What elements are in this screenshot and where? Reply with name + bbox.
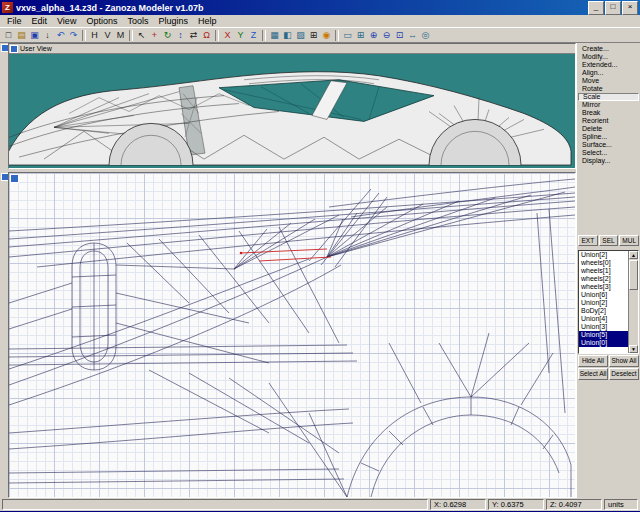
- command-extended[interactable]: Extended...: [578, 61, 639, 69]
- viewport-single-icon[interactable]: ▭: [341, 29, 354, 41]
- main-toolbar: □ ▤ ▣ ↓ ↶ ↷ H V M ↖ + ↻ ↕ ⇄ Ω X Y Z ▦ ◧ …: [0, 27, 640, 43]
- menu-plugins[interactable]: Plugins: [153, 15, 193, 27]
- app-icon: Z: [2, 2, 13, 13]
- command-align[interactable]: Align...: [578, 69, 639, 77]
- show-all-button[interactable]: Show All: [609, 355, 639, 367]
- title-bar[interactable]: Z vxvs_alpha_14.z3d - Zanoza Modeler v1.…: [0, 0, 640, 15]
- viewport-quad-icon[interactable]: ⊞: [354, 29, 367, 41]
- list-item[interactable]: Union[2]: [579, 251, 629, 259]
- vertex-mode-icon[interactable]: V: [101, 29, 114, 41]
- scroll-up-icon[interactable]: ▲: [629, 251, 638, 259]
- status-z: Z: 0.4097: [546, 499, 602, 510]
- object-list: Union[2] wheels[0] wheels[1] wheels[2] w…: [578, 250, 639, 354]
- lights-toggle-icon[interactable]: ◉: [320, 29, 333, 41]
- toolbar-separator: [335, 30, 339, 41]
- mul-mode-button[interactable]: MUL: [619, 235, 639, 246]
- select-tool-icon[interactable]: ↖: [135, 29, 148, 41]
- toolbar-separator: [262, 30, 266, 41]
- shaded-view-icon[interactable]: ◧: [281, 29, 294, 41]
- menu-view[interactable]: View: [52, 15, 81, 27]
- menu-options[interactable]: Options: [81, 15, 122, 27]
- import-icon[interactable]: ↓: [41, 29, 54, 41]
- object-list-scrollbar[interactable]: ▲ ▼: [628, 251, 638, 353]
- move-tool-icon[interactable]: +: [148, 29, 161, 41]
- orbit-view-icon[interactable]: ◎: [419, 29, 432, 41]
- zoom-in-icon[interactable]: ⊕: [367, 29, 380, 41]
- zoom-extents-icon[interactable]: ⊡: [393, 29, 406, 41]
- command-scale[interactable]: Scale: [578, 93, 639, 101]
- textured-view-icon[interactable]: ▨: [294, 29, 307, 41]
- command-reorient[interactable]: Reorient: [578, 117, 639, 125]
- menu-help[interactable]: Help: [193, 15, 222, 27]
- axis-z-icon[interactable]: Z: [247, 29, 260, 41]
- list-item[interactable]: wheels[1]: [579, 267, 629, 275]
- deselect-button[interactable]: Deselect: [609, 368, 639, 380]
- command-break[interactable]: Break: [578, 109, 639, 117]
- command-modify[interactable]: Modify...: [578, 53, 639, 61]
- list-item[interactable]: Union[0]: [579, 339, 629, 347]
- command-panel: Create... Modify... Extended... Align...…: [576, 43, 640, 498]
- command-create[interactable]: Create...: [578, 45, 639, 53]
- scale-tool-icon[interactable]: ↕: [174, 29, 187, 41]
- redo-icon[interactable]: ↷: [67, 29, 80, 41]
- grid-toggle-icon[interactable]: ⊞: [307, 29, 320, 41]
- list-item[interactable]: Union[6]: [579, 291, 629, 299]
- close-button[interactable]: ×: [622, 1, 638, 15]
- toolbar-separator: [82, 30, 86, 41]
- object-buttons-row-1: Hide All Show All: [577, 354, 640, 367]
- status-bar: X: 0.6298 Y: 0.6375 Z: 0.4097 units: [0, 498, 640, 511]
- command-rotate[interactable]: Rotate: [578, 85, 639, 93]
- list-item[interactable]: wheels[2]: [579, 275, 629, 283]
- user-view-wireframe: [9, 54, 575, 168]
- command-mirror[interactable]: Mirror: [578, 101, 639, 109]
- list-item[interactable]: Union[4]: [579, 315, 629, 323]
- flip-tool-icon[interactable]: ⇄: [187, 29, 200, 41]
- scroll-thumb[interactable]: [629, 260, 638, 290]
- zmodeler-window: Z vxvs_alpha_14.z3d - Zanoza Modeler v1.…: [0, 0, 640, 512]
- command-spline[interactable]: Spline...: [578, 133, 639, 141]
- command-delete[interactable]: Delete: [578, 125, 639, 133]
- list-item[interactable]: Union[2]: [579, 299, 629, 307]
- maximize-button[interactable]: □: [605, 1, 621, 15]
- axis-x-icon[interactable]: X: [221, 29, 234, 41]
- rotate-tool-icon[interactable]: ↻: [161, 29, 174, 41]
- list-item[interactable]: Union[5]: [579, 331, 629, 339]
- save-icon[interactable]: ▣: [28, 29, 41, 41]
- side-view-canvas[interactable]: [9, 173, 575, 497]
- list-item[interactable]: wheels[0]: [579, 259, 629, 267]
- zoom-out-icon[interactable]: ⊖: [380, 29, 393, 41]
- status-units: units: [604, 499, 638, 510]
- open-icon[interactable]: ▤: [15, 29, 28, 41]
- wireframe-view-icon[interactable]: ▦: [268, 29, 281, 41]
- axis-y-icon[interactable]: Y: [234, 29, 247, 41]
- toolbar-separator: [215, 30, 219, 41]
- new-icon[interactable]: □: [2, 29, 15, 41]
- list-item[interactable]: BoDy[2]: [579, 307, 629, 315]
- undo-icon[interactable]: ↶: [54, 29, 67, 41]
- menu-file[interactable]: File: [2, 15, 27, 27]
- viewport-column: User View: [8, 43, 576, 498]
- menu-tools[interactable]: Tools: [122, 15, 153, 27]
- select-all-button[interactable]: Select All: [578, 368, 608, 380]
- sel-mode-button[interactable]: SEL: [599, 235, 619, 246]
- hide-toggle-icon[interactable]: H: [88, 29, 101, 41]
- menu-bar: File Edit View Options Tools Plugins Hel…: [0, 15, 640, 27]
- command-select[interactable]: Select...: [578, 149, 639, 157]
- object-buttons-row-2: Select All Deselect: [577, 367, 640, 380]
- mirror-toggle-icon[interactable]: M: [114, 29, 127, 41]
- pan-view-icon[interactable]: ↔: [406, 29, 419, 41]
- list-item[interactable]: wheels[3]: [579, 283, 629, 291]
- magnet-tool-icon[interactable]: Ω: [200, 29, 213, 41]
- command-surface[interactable]: Surface...: [578, 141, 639, 149]
- ext-mode-button[interactable]: EXT: [578, 235, 598, 246]
- user-view-canvas[interactable]: [9, 54, 575, 168]
- viewport-icon[interactable]: [10, 174, 19, 183]
- user-view-tab[interactable]: User View: [9, 44, 575, 54]
- command-move[interactable]: Move: [578, 77, 639, 85]
- hide-all-button[interactable]: Hide All: [578, 355, 608, 367]
- menu-edit[interactable]: Edit: [27, 15, 53, 27]
- list-item[interactable]: Union[3]: [579, 323, 629, 331]
- minimize-button[interactable]: _: [588, 1, 604, 15]
- command-display[interactable]: Display...: [578, 157, 639, 165]
- scroll-down-icon[interactable]: ▼: [629, 345, 638, 353]
